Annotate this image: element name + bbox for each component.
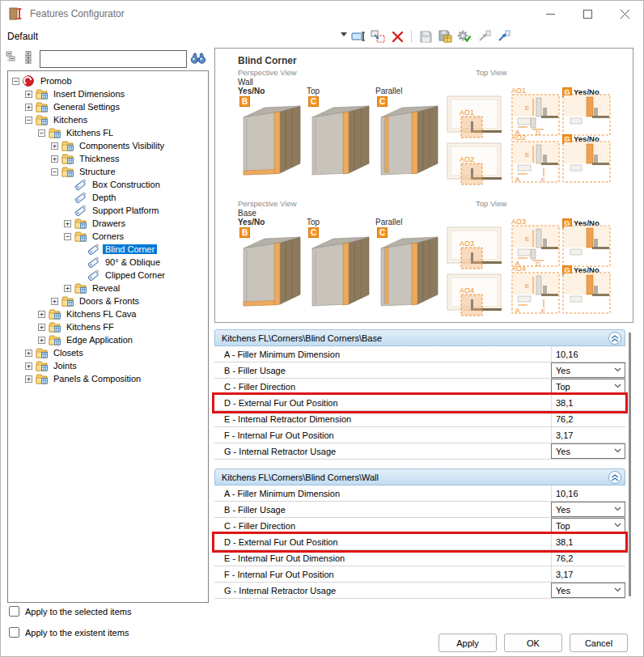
tree-item[interactable]: Depth xyxy=(8,191,208,204)
apply-button[interactable]: Apply xyxy=(439,634,497,652)
tree-item[interactable]: +Panels & Composition xyxy=(8,372,208,385)
property-value: Yes xyxy=(556,366,570,375)
collapse-toggle-icon[interactable]: − xyxy=(12,78,19,85)
collapse-toggle-icon[interactable]: − xyxy=(38,129,45,137)
property-label: B - Filler Usage xyxy=(214,366,551,375)
cabinet-column-sublabel: Yes/No xyxy=(238,218,265,227)
svg-text:E: E xyxy=(525,282,529,290)
collapse-toggle-icon[interactable]: − xyxy=(51,168,58,176)
expand-toggle-icon[interactable]: + xyxy=(51,142,58,150)
collapse-toggle-icon[interactable]: − xyxy=(25,117,32,124)
tree-item[interactable]: Support Platform xyxy=(8,204,208,217)
import-icon[interactable] xyxy=(476,28,492,45)
collapse-all-icon[interactable] xyxy=(6,51,20,66)
property-value-dropdown[interactable]: Yes xyxy=(551,502,625,517)
property-value-dropdown[interactable]: Top xyxy=(551,379,625,394)
vertical-scrollbar[interactable] xyxy=(629,333,631,596)
save-icon[interactable] xyxy=(417,28,434,45)
expand-toggle-icon[interactable]: + xyxy=(38,337,45,344)
property-value-input[interactable]: 76,2 xyxy=(551,411,625,427)
expand-toggle-icon[interactable]: + xyxy=(51,155,58,163)
property-value-input[interactable]: 10,16 xyxy=(551,485,625,502)
expand-toggle-icon[interactable]: + xyxy=(25,91,32,98)
maximize-button[interactable] xyxy=(569,1,606,27)
tree-item[interactable]: Blind Corner xyxy=(8,243,208,256)
tree-item-label: Box Construction xyxy=(90,180,163,189)
tree-item[interactable]: +Joints xyxy=(8,359,208,372)
tree-item[interactable]: +Reveal xyxy=(8,282,208,295)
svg-text:A: A xyxy=(515,176,520,183)
minimize-button[interactable] xyxy=(532,1,569,27)
tree-item[interactable]: −Kitchens xyxy=(8,113,208,126)
property-value-input[interactable]: 38,1 xyxy=(551,534,625,550)
tree-item[interactable]: +Drawers xyxy=(8,217,208,230)
expand-toggle-icon[interactable]: + xyxy=(38,324,45,331)
expand-toggle-icon[interactable]: + xyxy=(51,298,58,305)
preset-combo[interactable]: Default xyxy=(7,28,347,45)
property-value: 3,17 xyxy=(556,430,573,440)
expand-all-icon[interactable] xyxy=(23,51,37,66)
collapse-toggle-icon[interactable]: − xyxy=(64,233,71,240)
expand-toggle-icon[interactable]: + xyxy=(64,285,71,292)
expand-toggle-icon[interactable]: + xyxy=(64,220,71,227)
expand-toggle-icon[interactable]: + xyxy=(38,311,45,318)
ok-button[interactable]: OK xyxy=(504,634,562,652)
tree-item[interactable]: +Closets xyxy=(8,346,208,359)
tree-item[interactable]: Box Construction xyxy=(8,178,208,191)
property-value-dropdown[interactable]: Yes xyxy=(551,443,625,459)
property-group: Kitchens FL\Corners\Blind Corners\WallA … xyxy=(214,468,625,599)
tree-item[interactable]: +Thickness xyxy=(8,152,208,165)
tree-item[interactable]: −Structure xyxy=(8,165,208,178)
property-value-input[interactable]: 3,17 xyxy=(551,427,625,443)
property-label: F - Internal Fur Out Position xyxy=(214,570,551,579)
search-input[interactable] xyxy=(40,50,187,68)
expand-toggle-icon[interactable]: + xyxy=(25,350,32,357)
tree-item[interactable]: −Kitchens FL xyxy=(8,126,208,139)
tree-item[interactable]: −Promob xyxy=(8,74,208,87)
tag-icon xyxy=(74,205,87,216)
export-icon[interactable] xyxy=(495,28,511,45)
tree-item[interactable]: +Insert Dimensions xyxy=(8,87,208,100)
tree-item[interactable]: 90° & Oblique xyxy=(8,256,208,269)
tree-item[interactable]: +Kitchens FL Cava xyxy=(8,307,208,320)
property-row: B - Filler UsageYes xyxy=(214,362,625,379)
svg-text:D: D xyxy=(536,261,540,267)
tree-item[interactable]: Clipped Corner xyxy=(8,269,208,282)
tree-item[interactable]: −Corners xyxy=(8,230,208,243)
collapse-group-button[interactable] xyxy=(608,471,621,484)
cancel-button[interactable]: Cancel xyxy=(570,634,628,652)
property-row: G - Internal Retractor UsageYes xyxy=(214,443,625,460)
apply-config-icon[interactable] xyxy=(456,28,472,45)
property-value-input[interactable]: 38,1 xyxy=(551,395,625,411)
cabinet-column-label: Top xyxy=(307,218,320,227)
property-value-dropdown[interactable]: Top xyxy=(551,518,625,533)
duplicate-icon[interactable] xyxy=(370,28,386,45)
expand-toggle-icon[interactable]: + xyxy=(25,362,32,370)
tree-item[interactable]: +General Settings xyxy=(8,100,208,113)
detail-diagram-ao3: EAD xyxy=(511,225,560,270)
save-as-icon[interactable] xyxy=(437,28,453,45)
expand-toggle-icon[interactable]: + xyxy=(25,375,32,383)
close-button[interactable] xyxy=(606,1,643,27)
property-value-input[interactable]: 10,16 xyxy=(551,346,625,362)
property-value-dropdown[interactable]: Yes xyxy=(551,362,625,378)
rename-icon[interactable] xyxy=(350,28,366,45)
tree-item[interactable]: +Components Visibility xyxy=(8,139,208,152)
apply-selected-checkbox[interactable] xyxy=(9,606,19,617)
tree-item-label: Kitchens xyxy=(51,115,90,125)
collapse-group-button[interactable] xyxy=(608,332,621,345)
svg-text:E: E xyxy=(525,235,529,243)
tree-item[interactable]: +Kitchens FF xyxy=(8,320,208,333)
property-value-dropdown[interactable]: Yes xyxy=(551,583,625,598)
apply-existent-checkbox[interactable] xyxy=(9,627,19,638)
delete-icon[interactable] xyxy=(389,28,405,45)
tree-item[interactable]: +Edge Application xyxy=(8,333,208,346)
binoculars-search-icon[interactable] xyxy=(190,51,206,67)
tree-item-label: Corners xyxy=(90,231,126,241)
tree-item-label: Thickness xyxy=(77,154,122,163)
diagram-title: Blind Corner xyxy=(238,55,297,66)
property-value-input[interactable]: 76,2 xyxy=(551,550,625,566)
expand-toggle-icon[interactable]: + xyxy=(25,104,32,111)
property-value-input[interactable]: 3,17 xyxy=(551,566,625,583)
tree-item[interactable]: +Doors & Fronts xyxy=(8,295,208,307)
